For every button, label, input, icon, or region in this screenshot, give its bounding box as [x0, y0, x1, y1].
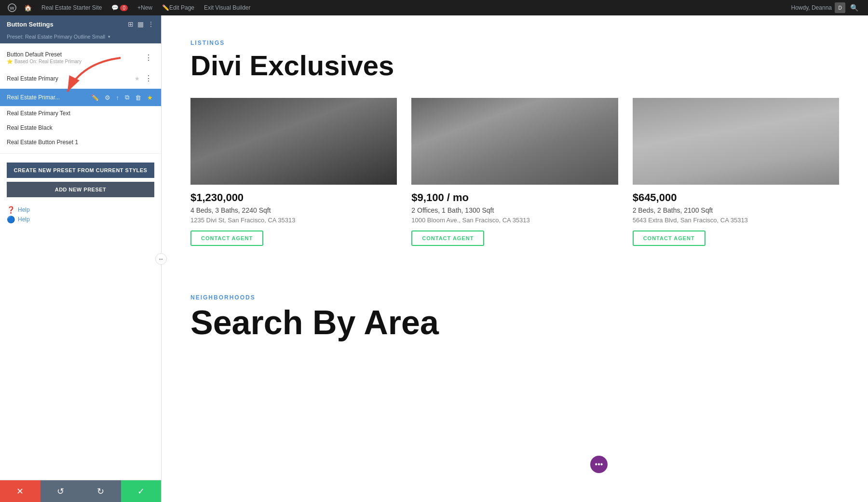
- preset-subtitle: Preset: Real Estate Primary Outline Smal…: [0, 33, 161, 43]
- property-grid: $1,230,000 4 Beds, 3 Baths, 2240 Sqft 12…: [190, 98, 839, 246]
- preset-item-default-label: Button Default Preset: [7, 51, 81, 58]
- preset-item-default-sub: ⭐ Based On: Real Estate Primary: [7, 59, 81, 64]
- listings-title: Divi Exclusives: [190, 51, 839, 81]
- divider: [0, 153, 161, 154]
- preset-item-text[interactable]: Real Estate Primary Text: [0, 106, 161, 121]
- panel-title: Button Settings: [7, 21, 54, 28]
- panel-header-icons: ⊞ ▦ ⋮: [128, 20, 154, 28]
- admin-home-icon[interactable]: 🏠: [19, 0, 37, 15]
- property-img-1: [190, 98, 397, 185]
- preset-black-label: Real Estate Black: [7, 124, 53, 131]
- create-preset-button[interactable]: CREATE NEW PRESET FROM CURRENT STYLES: [7, 163, 154, 178]
- tool-star-icon[interactable]: ★: [146, 93, 154, 102]
- listings-label: LISTINGS: [190, 40, 839, 46]
- wp-admin-bar: W 🏠 Real Estate Starter Site 💬 0 + New ✏…: [0, 0, 868, 15]
- property-address-2: 1000 Bloom Ave., San Fracisco, CA 35313: [411, 217, 618, 224]
- undo-button[interactable]: ↺: [41, 480, 81, 502]
- contact-agent-btn-3[interactable]: CONTACT AGENT: [633, 231, 705, 246]
- preset-primary-more[interactable]: ⋮: [143, 72, 154, 85]
- cancel-button[interactable]: ✕: [0, 480, 41, 502]
- help-icon-2: 🔵: [7, 216, 15, 223]
- floating-options-button[interactable]: •••: [590, 456, 608, 473]
- preset-item-primary-outline[interactable]: Real Estate Primar... ✏️ ⚙ ↑ ⧉ 🗑 ★: [0, 89, 161, 106]
- left-panel: Button Settings ⊞ ▦ ⋮ Preset: Real Estat…: [0, 15, 162, 502]
- redo-button[interactable]: ↻: [81, 480, 121, 502]
- edit-page-bar[interactable]: ✏️ Edit Page: [157, 0, 199, 15]
- preset-item-default[interactable]: Button Default Preset ⭐ Based On: Real E…: [0, 47, 161, 68]
- neighborhoods-section: NEIGHBORHOODS Search By Area: [162, 285, 868, 359]
- preset-item-black[interactable]: Real Estate Black: [0, 121, 161, 135]
- tool-export-icon[interactable]: ↑: [115, 93, 121, 102]
- help-section: ❓ Help 🔵 Help: [0, 202, 161, 227]
- howdy-bar: Howdy, Deanna D: [791, 2, 846, 13]
- panel-icon-settings[interactable]: ⊞: [128, 20, 134, 28]
- property-address-1: 1235 Divi St, San Fracisco, CA 35313: [190, 217, 397, 224]
- panel-bottom-bar: ✕ ↺ ↻ ✓: [0, 480, 161, 502]
- preset-primary-star[interactable]: ★: [135, 75, 140, 82]
- tool-duplicate-icon[interactable]: ⧉: [123, 93, 131, 102]
- help-link-1[interactable]: ❓ Help: [7, 206, 154, 214]
- active-preset-name: Real Estate Primar...: [7, 94, 87, 101]
- tool-edit-icon[interactable]: ✏️: [90, 93, 100, 102]
- search-icon[interactable]: 🔍: [845, 4, 863, 12]
- property-img-3: [633, 98, 839, 185]
- contact-agent-btn-1[interactable]: CONTACT AGENT: [190, 231, 263, 246]
- panel-header: Button Settings ⊞ ▦ ⋮: [0, 15, 161, 33]
- wp-logo-icon[interactable]: W: [5, 0, 19, 15]
- property-price-3: $645,000: [633, 191, 839, 204]
- avatar: D: [835, 2, 845, 13]
- property-card-1: $1,230,000 4 Beds, 3 Baths, 2240 Sqft 12…: [190, 98, 397, 246]
- property-price-1: $1,230,000: [190, 191, 397, 204]
- exit-builder-bar[interactable]: Exit Visual Builder: [199, 0, 256, 15]
- add-preset-button[interactable]: ADD NEW PRESET: [7, 182, 154, 197]
- preset-dropdown-icon[interactable]: ▼: [107, 35, 111, 39]
- property-address-3: 5643 Extra Blvd, San Fracisco, CA 35313: [633, 217, 839, 224]
- property-img-2: [411, 98, 618, 185]
- listings-section: LISTINGS Divi Exclusives $1,230,000 4 Be…: [162, 15, 868, 285]
- main-layout: Button Settings ⊞ ▦ ⋮ Preset: Real Estat…: [0, 15, 868, 502]
- comments-bar[interactable]: 💬 0: [107, 0, 133, 15]
- tool-delete-icon[interactable]: 🗑: [134, 93, 143, 102]
- property-price-2: $9,100 / mo: [411, 191, 618, 204]
- property-card-3: $645,000 2 Beds, 2 Baths, 2100 Sqft 5643…: [633, 98, 839, 246]
- contact-agent-btn-2[interactable]: CONTACT AGENT: [411, 231, 484, 246]
- preset-list: Button Default Preset ⭐ Based On: Real E…: [0, 43, 161, 480]
- help-link-2[interactable]: 🔵 Help: [7, 216, 154, 223]
- property-details-1: 4 Beds, 3 Baths, 2240 Sqft: [190, 206, 397, 214]
- new-bar[interactable]: + New: [133, 0, 157, 15]
- save-button[interactable]: ✓: [121, 480, 162, 502]
- preset-item-primary[interactable]: Real Estate Primary ★ ⋮: [0, 68, 161, 89]
- content-area: LISTINGS Divi Exclusives $1,230,000 4 Be…: [162, 15, 868, 502]
- preset1-label: Real Estate Button Preset 1: [7, 139, 78, 146]
- panel-icon-grid[interactable]: ▦: [137, 20, 144, 28]
- neighborhoods-label: NEIGHBORHOODS: [190, 294, 839, 301]
- property-details-2: 2 Offices, 1 Bath, 1300 Sqft: [411, 206, 618, 214]
- preset-actions: CREATE NEW PRESET FROM CURRENT STYLES AD…: [0, 158, 161, 202]
- svg-text:W: W: [10, 5, 14, 11]
- panel-icon-more[interactable]: ⋮: [148, 20, 154, 28]
- property-details-3: 2 Beds, 2 Baths, 2100 Sqft: [633, 206, 839, 214]
- tool-settings-icon[interactable]: ⚙: [103, 93, 112, 102]
- preset-item-preset1[interactable]: Real Estate Button Preset 1: [0, 135, 161, 149]
- neighborhoods-title: Search By Area: [190, 306, 839, 339]
- preset-default-more[interactable]: ⋮: [143, 51, 154, 64]
- site-name-bar[interactable]: Real Estate Starter Site: [37, 0, 107, 15]
- preset-text-label: Real Estate Primary Text: [7, 110, 70, 117]
- property-card-2: $9,100 / mo 2 Offices, 1 Bath, 1300 Sqft…: [411, 98, 618, 246]
- resize-handle[interactable]: ↔: [155, 253, 167, 265]
- help-icon-1: ❓: [7, 206, 15, 214]
- preset-primary-label: Real Estate Primary: [7, 75, 58, 82]
